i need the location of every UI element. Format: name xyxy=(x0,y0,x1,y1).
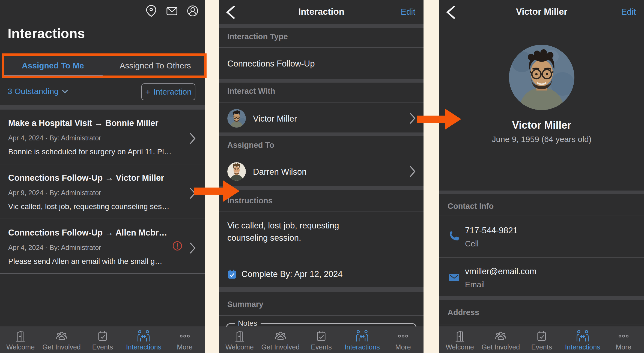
interaction-type-label: Interaction Type xyxy=(227,32,288,41)
interactions-icon xyxy=(137,330,150,342)
group-icon xyxy=(494,330,507,342)
interactions-icon xyxy=(576,330,589,342)
divider xyxy=(219,156,424,156)
assigned-to-label: Assigned To xyxy=(227,141,274,150)
calendar-icon xyxy=(535,330,548,342)
chevron-down-icon xyxy=(61,89,68,94)
flow-arrow-list-to-detail xyxy=(194,180,240,202)
tab-welcome[interactable]: Welcome xyxy=(0,327,41,353)
add-interaction-button[interactable]: + Interaction xyxy=(141,83,195,100)
tab-get-involved[interactable]: Get Involved xyxy=(260,327,301,353)
add-interaction-label: Interaction xyxy=(153,87,192,96)
summary-label: Summary xyxy=(227,300,263,309)
divider xyxy=(439,216,644,216)
location-pin-icon[interactable] xyxy=(145,4,157,17)
email-icon xyxy=(449,272,460,283)
interaction-list: Make a Hospital Visit → Bonnie Miller Ap… xyxy=(0,110,205,274)
flow-arrow-detail-to-profile xyxy=(417,108,461,130)
tab-get-involved[interactable]: Get Involved xyxy=(480,327,521,353)
section-gap xyxy=(439,296,644,300)
divider xyxy=(219,47,424,48)
item-desc: Please send Allen an email with the smal… xyxy=(8,257,175,266)
edit-button[interactable]: Edit xyxy=(621,7,636,17)
calendar-icon xyxy=(315,330,328,342)
account-icon[interactable] xyxy=(187,4,199,17)
complete-by-row: Complete By: Apr 12, 2024 xyxy=(227,269,343,279)
tab-events[interactable]: Events xyxy=(521,327,562,353)
calendar-icon xyxy=(96,330,109,342)
assignment-tabs: Assigned To Me Assigned To Others xyxy=(2,53,205,78)
phone-icon xyxy=(449,231,460,242)
bottom-tab-bar: Welcome Get Involved Events xyxy=(439,327,644,353)
screen-title: Interaction xyxy=(219,7,424,17)
tab-interactions[interactable]: Interactions xyxy=(342,327,383,353)
tab-events[interactable]: Events xyxy=(301,327,342,353)
tab-label: Interactions xyxy=(565,343,600,351)
calendar-check-icon xyxy=(227,269,237,279)
mail-icon[interactable] xyxy=(166,4,178,17)
tab-label: Events xyxy=(531,343,552,351)
item-title: Connections Follow-Up → Victor Miller xyxy=(8,173,175,183)
section-gap xyxy=(219,79,424,83)
tab-get-involved[interactable]: Get Involved xyxy=(41,327,82,353)
interaction-type-value: Connections Follow-Up xyxy=(227,59,315,69)
plus-icon: + xyxy=(145,87,151,97)
interactions-list-screen: Interactions Assigned To Me Assigned To … xyxy=(0,0,205,353)
chevron-right-icon xyxy=(189,242,196,254)
welcome-door-icon xyxy=(453,330,466,342)
tab-more[interactable]: More xyxy=(164,327,205,353)
tab-label: Interactions xyxy=(126,343,161,351)
tab-events[interactable]: Events xyxy=(82,327,123,353)
avatar-victor-miller xyxy=(227,109,246,128)
tab-label: Interactions xyxy=(345,343,380,351)
divider xyxy=(219,102,424,103)
list-item-victor-followup[interactable]: Connections Follow-Up → Victor Miller Ap… xyxy=(0,164,205,219)
group-icon xyxy=(55,330,68,342)
interact-with-label: Interact With xyxy=(227,87,275,96)
outstanding-filter-dropdown[interactable]: 3 Outstanding xyxy=(8,87,68,96)
edit-button[interactable]: Edit xyxy=(401,7,415,17)
item-meta: Apr 4, 2024 · By: Administrator xyxy=(8,134,175,142)
section-gap xyxy=(219,132,424,136)
tab-label: Get Involved xyxy=(261,343,300,351)
divider xyxy=(219,212,424,212)
bottom-tab-bar: Welcome Get Involved Events xyxy=(0,327,205,353)
section-gap xyxy=(219,24,424,28)
tab-label: Get Involved xyxy=(482,343,520,351)
item-title: Make a Hospital Visit → Bonnie Miller xyxy=(8,118,175,128)
tab-more[interactable]: More xyxy=(383,327,424,353)
tab-label: Events xyxy=(311,343,332,351)
bottom-tab-bar: Welcome Get Involved Events xyxy=(219,327,424,353)
tab-interactions[interactable]: Interactions xyxy=(123,327,164,353)
avatar-darren-wilson xyxy=(227,162,246,181)
person-profile-screen: Victor Miller Edit xyxy=(439,0,644,353)
chevron-right-icon xyxy=(409,112,416,124)
profile-name: Victor Miller xyxy=(439,119,644,131)
tab-assigned-to-others[interactable]: Assigned To Others xyxy=(104,53,205,78)
divider xyxy=(439,257,644,258)
section-gap xyxy=(219,186,424,190)
tab-more[interactable]: More xyxy=(603,327,644,353)
tab-assigned-to-me[interactable]: Assigned To Me xyxy=(2,53,104,78)
more-dots-icon xyxy=(617,330,630,342)
section-gap xyxy=(439,191,644,194)
profile-photo xyxy=(509,45,574,110)
section-gap xyxy=(219,287,424,292)
list-item-hospital-visit[interactable]: Make a Hospital Visit → Bonnie Miller Ap… xyxy=(0,110,205,164)
tab-welcome[interactable]: Welcome xyxy=(219,327,260,353)
assigned-to-person: Darren Wilson xyxy=(253,167,306,177)
tab-interactions[interactable]: Interactions xyxy=(562,327,603,353)
phone-number: 717-544-9821 xyxy=(465,226,518,236)
divider xyxy=(439,324,644,324)
header-icons xyxy=(145,4,199,17)
tab-label: Get Involved xyxy=(42,343,80,351)
tab-label: Events xyxy=(92,343,113,351)
page-title: Interactions xyxy=(8,26,85,41)
item-desc: Bonnie is scheduled for surgery on April… xyxy=(8,147,175,156)
tab-welcome[interactable]: Welcome xyxy=(439,327,480,353)
address-label: Address xyxy=(448,308,479,317)
tab-label: More xyxy=(177,343,192,351)
list-item-allen-followup[interactable]: Connections Follow-Up → Allen Mcbr… Apr … xyxy=(0,219,205,274)
tab-assigned-to-others-label: Assigned To Others xyxy=(120,61,191,70)
section-gap xyxy=(0,105,205,110)
